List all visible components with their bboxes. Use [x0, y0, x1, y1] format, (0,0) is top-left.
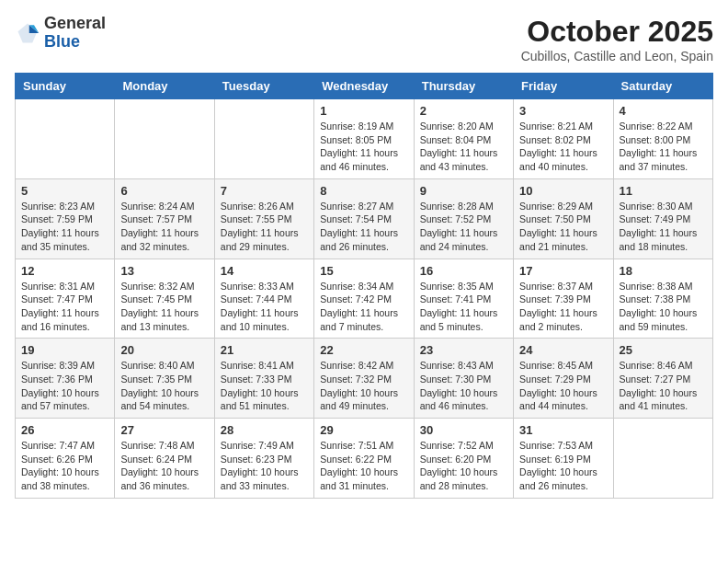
day-header-thursday: Thursday	[414, 74, 513, 99]
logo-icon	[15, 20, 40, 46]
day-number: 22	[320, 343, 407, 357]
day-info: Sunrise: 8:21 AMSunset: 8:02 PMDaylight:…	[519, 120, 607, 174]
day-info: Sunrise: 8:23 AMSunset: 7:59 PMDaylight:…	[21, 200, 108, 254]
day-info: Sunrise: 7:51 AMSunset: 6:22 PMDaylight:…	[320, 439, 407, 493]
calendar-cell: 30Sunrise: 7:52 AMSunset: 6:20 PMDayligh…	[414, 419, 513, 499]
calendar-cell: 6Sunrise: 8:24 AMSunset: 7:57 PMDaylight…	[115, 178, 214, 259]
day-number: 3	[519, 104, 607, 118]
day-number: 12	[21, 264, 108, 278]
location: Cubillos, Castille and Leon, Spain	[521, 49, 713, 63]
calendar-week-row: 12Sunrise: 8:31 AMSunset: 7:47 PMDayligh…	[16, 259, 713, 339]
calendar-cell: 1Sunrise: 8:19 AMSunset: 8:05 PMDaylight…	[314, 99, 414, 179]
calendar-cell: 5Sunrise: 8:23 AMSunset: 7:59 PMDaylight…	[16, 178, 115, 259]
calendar-cell: 24Sunrise: 8:45 AMSunset: 7:29 PMDayligh…	[514, 339, 613, 419]
day-info: Sunrise: 8:37 AMSunset: 7:39 PMDaylight:…	[519, 280, 607, 334]
day-info: Sunrise: 7:49 AMSunset: 6:23 PMDaylight:…	[221, 439, 308, 493]
calendar-cell	[613, 419, 712, 499]
day-number: 2	[420, 104, 507, 118]
page-header: General Blue October 2025 Cubillos, Cast…	[15, 15, 713, 63]
day-number: 23	[420, 343, 507, 357]
calendar-cell: 17Sunrise: 8:37 AMSunset: 7:39 PMDayligh…	[514, 259, 613, 339]
day-info: Sunrise: 8:46 AMSunset: 7:27 PMDaylight:…	[620, 359, 707, 413]
day-info: Sunrise: 8:42 AMSunset: 7:32 PMDaylight:…	[320, 359, 407, 413]
calendar-cell: 2Sunrise: 8:20 AMSunset: 8:04 PMDaylight…	[414, 99, 513, 179]
calendar-cell: 21Sunrise: 8:41 AMSunset: 7:33 PMDayligh…	[214, 339, 313, 419]
day-number: 5	[21, 184, 108, 198]
calendar-cell: 7Sunrise: 8:26 AMSunset: 7:55 PMDaylight…	[214, 178, 313, 259]
calendar-cell: 23Sunrise: 8:43 AMSunset: 7:30 PMDayligh…	[414, 339, 513, 419]
calendar-cell: 29Sunrise: 7:51 AMSunset: 6:22 PMDayligh…	[314, 419, 414, 499]
day-number: 8	[320, 184, 407, 198]
day-number: 10	[519, 184, 607, 198]
day-number: 21	[221, 343, 308, 357]
day-info: Sunrise: 7:52 AMSunset: 6:20 PMDaylight:…	[420, 439, 507, 493]
day-header-tuesday: Tuesday	[214, 74, 313, 99]
day-number: 20	[120, 343, 208, 357]
calendar-week-row: 1Sunrise: 8:19 AMSunset: 8:05 PMDaylight…	[16, 99, 713, 179]
calendar-week-row: 19Sunrise: 8:39 AMSunset: 7:36 PMDayligh…	[16, 339, 713, 419]
day-number: 17	[519, 264, 607, 278]
calendar-cell: 14Sunrise: 8:33 AMSunset: 7:44 PMDayligh…	[214, 259, 313, 339]
calendar-cell: 13Sunrise: 8:32 AMSunset: 7:45 PMDayligh…	[115, 259, 214, 339]
calendar-cell: 8Sunrise: 8:27 AMSunset: 7:54 PMDaylight…	[314, 178, 414, 259]
calendar-cell: 10Sunrise: 8:29 AMSunset: 7:50 PMDayligh…	[514, 178, 613, 259]
day-info: Sunrise: 8:26 AMSunset: 7:55 PMDaylight:…	[221, 200, 308, 254]
calendar-table: SundayMondayTuesdayWednesdayThursdayFrid…	[15, 73, 713, 499]
day-number: 7	[221, 184, 308, 198]
day-info: Sunrise: 8:28 AMSunset: 7:52 PMDaylight:…	[420, 200, 507, 254]
day-number: 27	[120, 423, 208, 437]
calendar-cell: 16Sunrise: 8:35 AMSunset: 7:41 PMDayligh…	[414, 259, 513, 339]
day-number: 30	[420, 423, 507, 437]
day-number: 13	[120, 264, 208, 278]
calendar-cell: 15Sunrise: 8:34 AMSunset: 7:42 PMDayligh…	[314, 259, 414, 339]
day-header-saturday: Saturday	[613, 74, 712, 99]
day-number: 25	[620, 343, 707, 357]
day-info: Sunrise: 8:29 AMSunset: 7:50 PMDaylight:…	[519, 200, 607, 254]
title-block: October 2025 Cubillos, Castille and Leon…	[521, 15, 713, 63]
calendar-cell: 26Sunrise: 7:47 AMSunset: 6:26 PMDayligh…	[16, 419, 115, 499]
day-info: Sunrise: 8:30 AMSunset: 7:49 PMDaylight:…	[620, 200, 707, 254]
day-info: Sunrise: 8:45 AMSunset: 7:29 PMDaylight:…	[519, 359, 607, 413]
day-header-wednesday: Wednesday	[314, 74, 414, 99]
logo: General Blue	[15, 15, 106, 52]
day-info: Sunrise: 8:35 AMSunset: 7:41 PMDaylight:…	[420, 280, 507, 334]
day-number: 18	[620, 264, 707, 278]
day-info: Sunrise: 8:24 AMSunset: 7:57 PMDaylight:…	[120, 200, 208, 254]
day-number: 26	[21, 423, 108, 437]
calendar-cell: 12Sunrise: 8:31 AMSunset: 7:47 PMDayligh…	[16, 259, 115, 339]
calendar-cell: 20Sunrise: 8:40 AMSunset: 7:35 PMDayligh…	[115, 339, 214, 419]
day-number: 9	[420, 184, 507, 198]
calendar-cell: 18Sunrise: 8:38 AMSunset: 7:38 PMDayligh…	[613, 259, 712, 339]
day-info: Sunrise: 7:53 AMSunset: 6:19 PMDaylight:…	[519, 439, 607, 493]
calendar-cell: 25Sunrise: 8:46 AMSunset: 7:27 PMDayligh…	[613, 339, 712, 419]
calendar-cell: 4Sunrise: 8:22 AMSunset: 8:00 PMDaylight…	[613, 99, 712, 179]
day-number: 16	[420, 264, 507, 278]
day-info: Sunrise: 8:41 AMSunset: 7:33 PMDaylight:…	[221, 359, 308, 413]
day-info: Sunrise: 7:48 AMSunset: 6:24 PMDaylight:…	[120, 439, 208, 493]
calendar-cell: 19Sunrise: 8:39 AMSunset: 7:36 PMDayligh…	[16, 339, 115, 419]
day-info: Sunrise: 8:22 AMSunset: 8:00 PMDaylight:…	[620, 120, 707, 174]
day-info: Sunrise: 8:33 AMSunset: 7:44 PMDaylight:…	[221, 280, 308, 334]
day-number: 6	[120, 184, 208, 198]
day-info: Sunrise: 8:27 AMSunset: 7:54 PMDaylight:…	[320, 200, 407, 254]
day-info: Sunrise: 8:34 AMSunset: 7:42 PMDaylight:…	[320, 280, 407, 334]
calendar-cell: 28Sunrise: 7:49 AMSunset: 6:23 PMDayligh…	[214, 419, 313, 499]
day-number: 29	[320, 423, 407, 437]
calendar-cell	[115, 99, 214, 179]
day-number: 11	[620, 184, 707, 198]
month-title: October 2025	[521, 15, 713, 49]
day-number: 15	[320, 264, 407, 278]
calendar-week-row: 5Sunrise: 8:23 AMSunset: 7:59 PMDaylight…	[16, 178, 713, 259]
calendar-header-row: SundayMondayTuesdayWednesdayThursdayFrid…	[16, 74, 713, 99]
day-number: 14	[221, 264, 308, 278]
day-header-sunday: Sunday	[16, 74, 115, 99]
day-info: Sunrise: 8:31 AMSunset: 7:47 PMDaylight:…	[21, 280, 108, 334]
calendar-cell: 3Sunrise: 8:21 AMSunset: 8:02 PMDaylight…	[514, 99, 613, 179]
day-info: Sunrise: 8:43 AMSunset: 7:30 PMDaylight:…	[420, 359, 507, 413]
day-number: 1	[320, 104, 407, 118]
day-info: Sunrise: 8:38 AMSunset: 7:38 PMDaylight:…	[620, 280, 707, 334]
day-number: 19	[21, 343, 108, 357]
day-info: Sunrise: 8:40 AMSunset: 7:35 PMDaylight:…	[120, 359, 208, 413]
day-info: Sunrise: 8:39 AMSunset: 7:36 PMDaylight:…	[21, 359, 108, 413]
calendar-week-row: 26Sunrise: 7:47 AMSunset: 6:26 PMDayligh…	[16, 419, 713, 499]
